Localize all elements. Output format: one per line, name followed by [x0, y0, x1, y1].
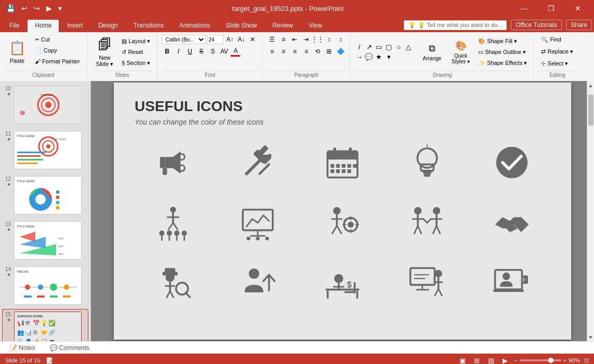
tab-view[interactable]: View	[301, 20, 329, 32]
tab-slideshow[interactable]: Slide Show	[218, 20, 264, 32]
shape-outline-button[interactable]: ▭ Shape Outline ▾	[476, 47, 530, 57]
more-shapes[interactable]: ▾	[384, 52, 393, 62]
slide-item-13[interactable]: 13 ★ TITLE HERE item item item	[2, 219, 88, 262]
undo-icon[interactable]: ↩	[19, 3, 30, 14]
tab-home[interactable]: Home	[28, 20, 59, 32]
align-left-button[interactable]: ≡	[267, 46, 277, 57]
save-icon[interactable]: 💾	[4, 3, 17, 14]
tab-design[interactable]: Design	[91, 20, 125, 32]
clear-format-button[interactable]: ✕	[247, 34, 258, 45]
text-direction-button[interactable]: ⟲	[312, 46, 323, 57]
slide-item-14[interactable]: 14 ★ TIMELINE	[2, 264, 88, 307]
fit-slide-button[interactable]: ⊡	[584, 357, 589, 364]
strikethrough-button[interactable]: S	[196, 46, 206, 57]
columns-button[interactable]: ⋮⋮	[312, 34, 323, 45]
section-button[interactable]: § Section ▾	[119, 58, 153, 68]
reading-view-button[interactable]: ▤	[486, 356, 496, 365]
new-slide-button[interactable]: 🗐 NewSlide ▾	[91, 34, 118, 70]
cut-button[interactable]: ✂ Cut	[32, 34, 83, 45]
drawing-label: Drawing	[354, 71, 530, 79]
triangle-shape[interactable]: △	[404, 43, 413, 52]
svg-rect-147	[354, 282, 356, 294]
copy-button[interactable]: 📄 Copy	[32, 45, 83, 56]
minimize-button[interactable]: —	[512, 0, 536, 17]
bold-button[interactable]: B	[162, 46, 172, 57]
customize-icon[interactable]: ▾	[56, 3, 64, 14]
slide-item-11[interactable]: 11 ★ TITLE HERE TITLE HERE	[2, 128, 88, 172]
vertical-scrollbar[interactable]: ▲ ▼	[587, 81, 594, 341]
format-painter-button[interactable]: 🖌 Format Painter	[32, 56, 83, 66]
tab-animations[interactable]: Animations	[172, 20, 217, 32]
maximize-button[interactable]: ❐	[539, 0, 563, 17]
smart-art-button[interactable]: ↕	[324, 34, 334, 45]
present-icon[interactable]: ▶	[44, 3, 54, 14]
justify-button[interactable]: ≡	[301, 46, 311, 57]
callout-shape[interactable]: 💬	[364, 52, 374, 62]
close-button[interactable]: ✕	[566, 0, 590, 17]
lightbulb-icon: 💡	[408, 22, 416, 29]
reset-button[interactable]: ↺ Reset	[119, 47, 153, 57]
redo-icon[interactable]: ↪	[32, 3, 42, 14]
bullets-button[interactable]: ☰	[267, 34, 277, 45]
share-button[interactable]: Share	[566, 20, 592, 30]
font-size-decrease-button[interactable]: A↓	[236, 34, 246, 45]
slideshow-button[interactable]: ▶	[500, 356, 510, 365]
normal-view-button[interactable]: ▣	[457, 356, 468, 365]
comments-tab[interactable]: 💬 Comments	[47, 343, 93, 353]
scroll-thumb[interactable]	[588, 95, 593, 126]
align-text-button[interactable]: ⊞	[324, 46, 334, 57]
right-arrow-shape[interactable]: →	[354, 52, 364, 62]
layout-button[interactable]: ▤ Layout ▾	[119, 36, 153, 46]
clipboard-label: Clipboard	[4, 71, 83, 79]
font-size-increase-button[interactable]: A↑	[225, 34, 235, 45]
line-spacing-button[interactable]: ↕	[335, 34, 346, 45]
shadow-button[interactable]: S	[207, 46, 218, 57]
tab-insert[interactable]: Insert	[60, 20, 90, 32]
find-button[interactable]: 🔍 Find	[538, 34, 563, 45]
paste-button[interactable]: 📋 Paste	[4, 34, 30, 70]
office-tutorials-button[interactable]: Office Tutorials	[511, 20, 562, 30]
decrease-indent-button[interactable]: ⇤	[289, 34, 300, 45]
underline-button[interactable]: U	[184, 46, 195, 57]
tab-review[interactable]: Review	[265, 20, 300, 32]
font-size-input[interactable]	[207, 35, 223, 44]
svg-text:🎯: 🎯	[20, 110, 25, 115]
scroll-down-button[interactable]: ▼	[587, 333, 595, 341]
font-name-select[interactable]: Calibri (Bo...	[162, 35, 206, 44]
svg-rect-16	[17, 163, 38, 164]
quick-styles-button[interactable]: 🎨 QuickStyles ▾	[447, 34, 474, 70]
zoom-in-button[interactable]: +	[563, 357, 566, 363]
rect-shape[interactable]: ▭	[374, 43, 384, 52]
zoom-slider[interactable]	[520, 359, 561, 361]
tab-transitions[interactable]: Transitions	[126, 20, 171, 32]
slide-item-12[interactable]: 12 ★ TITLE HERE	[2, 173, 88, 217]
slide-panel[interactable]: 10 ★ 🎯 TARGET 11	[0, 81, 91, 341]
arrow-shape[interactable]: ↗	[364, 43, 374, 52]
shape-fill-button[interactable]: 🎨 Shape Fill ▾	[476, 36, 530, 46]
convert-smartart-button[interactable]: 🔷	[335, 46, 346, 57]
font-color-button[interactable]: A	[230, 46, 241, 57]
select-button[interactable]: ⊹ Select ▾	[538, 58, 571, 69]
svg-line-112	[337, 226, 341, 234]
slide-item-15[interactable]: 15 ★ SURFACE ICONS 📢 ⚒ 📅 💡 ✅ 👥 📊 ⚙ 🤝	[2, 309, 88, 341]
italic-button[interactable]: I	[173, 46, 183, 57]
rounded-rect-shape[interactable]: ▢	[384, 43, 393, 52]
oval-shape[interactable]: ○	[394, 43, 403, 52]
arrange-button[interactable]: ⧉ Arrange	[418, 34, 446, 70]
slide-sorter-button[interactable]: ⊞	[472, 356, 482, 365]
shape-effects-button[interactable]: ✨ Shape Effects ▾	[476, 58, 530, 68]
align-right-button[interactable]: ≡	[289, 46, 300, 57]
notes-tab[interactable]: 📝 Notes	[6, 343, 38, 353]
align-center-button[interactable]: ≡	[278, 46, 288, 57]
numbering-button[interactable]: ≡	[278, 34, 288, 45]
line-shape[interactable]: /	[354, 43, 364, 52]
zoom-out-button[interactable]: −	[514, 357, 517, 363]
scroll-up-button[interactable]: ▲	[587, 81, 595, 89]
slide-item-10[interactable]: 10 ★ 🎯 TARGET	[2, 83, 88, 127]
increase-indent-button[interactable]: ⇥	[301, 34, 311, 45]
replace-button[interactable]: ⇄ Replace ▾	[538, 46, 575, 57]
star-shape[interactable]: ★	[374, 52, 384, 62]
char-spacing-button[interactable]: AV	[219, 46, 229, 57]
tell-me-box[interactable]: 💡 💡 Tell me what you want to do...	[404, 20, 507, 30]
tab-file[interactable]: File	[2, 20, 27, 32]
